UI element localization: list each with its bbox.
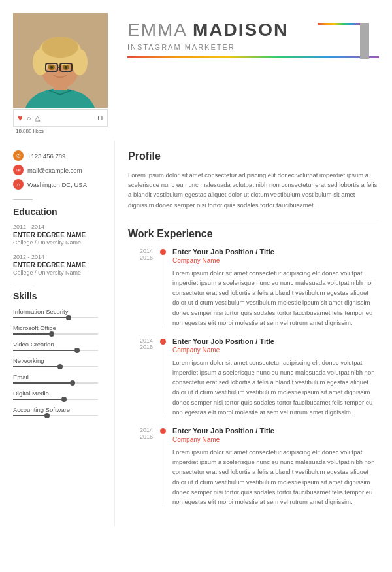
skill-fill-4 [13, 382, 73, 384]
profile-section: Profile Lorem ipsum dolor sit amet conse… [128, 141, 379, 220]
profile-photo [13, 13, 108, 108]
work-year-end-2: 2016 [128, 433, 153, 440]
location-icon: ⌂ [13, 179, 24, 190]
work-dot-1 [160, 339, 166, 345]
email-icon: ✉ [13, 165, 24, 175]
first-name: EMMA [127, 20, 188, 41]
work-year-start-1: 2014 [128, 337, 153, 344]
skill-bar-3 [13, 366, 98, 367]
work-desc-2: Lorem ipsum dolor sit amet consectetur a… [172, 447, 379, 507]
work-line-1 [163, 346, 163, 417]
header-section: ♥ ○ △ ⊓ 18,888 likes EMMA MADISON INSTAG… [0, 0, 392, 141]
name-section: EMMA MADISON INSTAGRAM MARKETER [127, 13, 379, 134]
skill-fill-1 [13, 333, 52, 335]
search-icon: ○ [27, 114, 31, 122]
work-year-end-1: 2016 [128, 344, 153, 350]
work-year-end-0: 2016 [128, 254, 153, 261]
skill-name-3: Networking [13, 357, 105, 364]
skill-item-6: Accounting Software [13, 406, 105, 416]
work-details-0: Enter Your Job Position / Title Company … [172, 248, 379, 328]
phone-icon: ✆ [13, 150, 24, 161]
send-icon: △ [35, 114, 40, 122]
sidebar: ✆ +123 456 789 ✉ mail@example.com ⌂ Wash… [0, 141, 114, 526]
skill-dot-4 [70, 380, 75, 386]
skill-dot-0 [66, 315, 71, 320]
edu-school-1: College / University Name [13, 239, 105, 246]
location-text: Washington DC, USA [27, 181, 87, 188]
edu-school-2: College / University Name [13, 269, 105, 276]
skill-dot-1 [49, 331, 54, 337]
work-entries-container: 2014 2016 Enter Your Job Position / Titl… [128, 248, 379, 507]
likes-count: 18,888 likes [13, 128, 114, 134]
skill-fill-5 [13, 399, 64, 400]
skill-dot-2 [74, 348, 80, 353]
skill-fill-3 [13, 366, 60, 367]
contact-section: ✆ +123 456 789 ✉ mail@example.com ⌂ Wash… [13, 150, 105, 190]
work-dot-col-1 [158, 337, 167, 417]
skill-name-4: Email [13, 373, 105, 380]
work-desc-1: Lorem ipsum dolor sit amet consectetur a… [172, 358, 379, 417]
education-title: Education [13, 207, 105, 217]
skill-item-4: Email [13, 373, 105, 384]
profile-title: Profile [128, 150, 379, 162]
phone-text: +123 456 789 [27, 152, 65, 160]
skills-container: Information Security Microsoft Office Vi… [13, 308, 105, 416]
work-years-col-2: 2014 2016 [128, 427, 153, 507]
skills-section: Skills Information Security Microsoft Of… [13, 291, 105, 416]
profile-text: Lorem ipsum dolor sit amet consectetur a… [128, 170, 379, 210]
edu-years-2: 2012 - 2014 [13, 254, 105, 260]
corner-decoration [317, 23, 369, 69]
work-desc-0: Lorem ipsum dolor sit amet consectetur a… [172, 268, 379, 328]
work-title-0: Enter Your Job Position / Title [172, 248, 379, 256]
education-section: Education 2012 - 2014 ENTER DEGREE NAME … [13, 207, 105, 276]
last-name: MADISON [193, 20, 288, 41]
skill-bar-1 [13, 333, 98, 335]
photo-section: ♥ ○ △ ⊓ 18,888 likes [13, 13, 114, 134]
work-dot-col-0 [158, 248, 167, 328]
skill-name-1: Microsoft Office [13, 324, 105, 331]
heart-icon: ♥ [18, 113, 23, 123]
work-years-col-1: 2014 2016 [128, 337, 153, 417]
skill-name-2: Video Creation [13, 341, 105, 348]
work-company-0: Company Name [172, 257, 379, 264]
edu-degree-1: ENTER DEGREE NAME [13, 231, 105, 239]
work-details-2: Enter Your Job Position / Title Company … [172, 427, 379, 507]
skill-name-0: Information Security [13, 308, 105, 315]
main-content: ✆ +123 456 789 ✉ mail@example.com ⌂ Wash… [0, 141, 392, 526]
skills-title: Skills [13, 291, 105, 301]
skill-fill-0 [13, 317, 69, 318]
work-year-start-2: 2014 [128, 427, 153, 433]
skill-dot-3 [57, 364, 63, 369]
skill-fill-2 [13, 350, 77, 351]
edu-years-1: 2012 - 2014 [13, 224, 105, 230]
work-entry-1: 2014 2016 Enter Your Job Position / Titl… [128, 337, 379, 417]
contact-location: ⌂ Washington DC, USA [13, 179, 105, 190]
work-line-2 [163, 435, 163, 507]
work-dot-col-2 [158, 427, 167, 507]
work-company-1: Company Name [172, 346, 379, 354]
work-year-start-0: 2014 [128, 248, 153, 254]
skill-dot-5 [61, 397, 67, 402]
skill-item-0: Information Security [13, 308, 105, 318]
work-title-1: Enter Your Job Position / Title [172, 337, 379, 345]
skill-bar-4 [13, 382, 98, 384]
edu-degree-2: ENTER DEGREE NAME [13, 261, 105, 269]
skill-dot-6 [44, 413, 50, 418]
instagram-bar: ♥ ○ △ ⊓ [13, 109, 108, 127]
bookmark-icon: ⊓ [97, 114, 103, 122]
skill-bar-6 [13, 415, 98, 416]
right-content: Profile Lorem ipsum dolor sit amet conse… [114, 141, 392, 526]
skill-name-5: Digital Media [13, 390, 105, 397]
work-line-0 [163, 256, 163, 328]
skill-bar-5 [13, 399, 98, 400]
work-company-2: Company Name [172, 436, 379, 443]
sidebar-divider-1 [13, 199, 33, 200]
svg-point-14 [65, 66, 67, 69]
work-title-2: Enter Your Job Position / Title [172, 427, 379, 435]
skill-name-6: Accounting Software [13, 406, 105, 413]
work-entry-2: 2014 2016 Enter Your Job Position / Titl… [128, 427, 379, 507]
svg-point-13 [50, 66, 53, 69]
instagram-icons: ♥ ○ △ [18, 113, 40, 123]
education-item-2: 2012 - 2014 ENTER DEGREE NAME College / … [13, 254, 105, 276]
work-title: Work Experience [128, 228, 379, 240]
